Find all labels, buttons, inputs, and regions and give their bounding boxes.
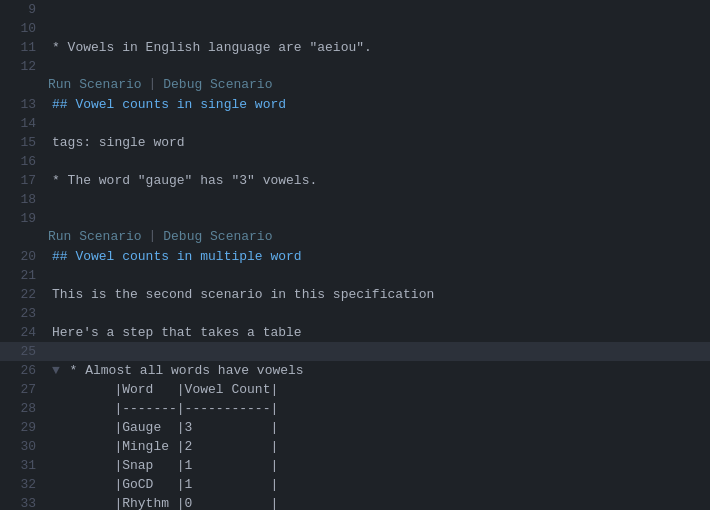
line-number: 25: [0, 342, 48, 361]
table-row: 28 |-------|-----------|: [0, 399, 710, 418]
line-number: 15: [0, 133, 48, 152]
line-content: tags: single word: [48, 133, 710, 152]
line-number: 30: [0, 437, 48, 456]
line-number: 17: [0, 171, 48, 190]
line-number: 22: [0, 285, 48, 304]
line-number: 23: [0, 304, 48, 323]
line-content: ▼ * Almost all words have vowels: [48, 361, 710, 380]
table-row: 22 This is the second scenario in this s…: [0, 285, 710, 304]
table-row: 29 |Gauge |3 |: [0, 418, 710, 437]
table-row: 31 |Snap |1 |: [0, 456, 710, 475]
table-row: 13 ## Vowel counts in single word: [0, 95, 710, 114]
table-row: 17 * The word "gauge" has "3" vowels.: [0, 171, 710, 190]
run-scenario-link-2[interactable]: Run Scenario: [48, 228, 142, 245]
table-row: 12: [0, 57, 710, 76]
table-row: 15 tags: single word: [0, 133, 710, 152]
table-row: 11 * Vowels in English language are "aei…: [0, 38, 710, 57]
table-row: 24 Here's a step that takes a table: [0, 323, 710, 342]
fold-icon[interactable]: ▼: [52, 363, 60, 378]
table-row: 23: [0, 304, 710, 323]
run-debug-bar: Run Scenario | Debug Scenario: [0, 76, 710, 95]
table-row: 26 ▼ * Almost all words have vowels: [0, 361, 710, 380]
debug-scenario-link-2[interactable]: Debug Scenario: [163, 228, 272, 245]
line-number: 18: [0, 190, 48, 209]
line-number: 16: [0, 152, 48, 171]
table-row: 18: [0, 190, 710, 209]
line-number: 33: [0, 494, 48, 510]
line-number: 24: [0, 323, 48, 342]
line-number: 27: [0, 380, 48, 399]
separator-text: |: [142, 76, 164, 93]
heading-line: ## Vowel counts in single word: [48, 95, 710, 114]
table-row: 27 |Word |Vowel Count|: [0, 380, 710, 399]
line-number: 31: [0, 456, 48, 475]
line-content: |Mingle |2 |: [48, 437, 710, 456]
table-row: 19: [0, 209, 710, 228]
line-number: 32: [0, 475, 48, 494]
line-number: 13: [0, 95, 48, 114]
line-content: Here's a step that takes a table: [48, 323, 710, 342]
debug-scenario-link[interactable]: Debug Scenario: [163, 76, 272, 93]
run-scenario-link[interactable]: Run Scenario: [48, 76, 142, 93]
line-number: 14: [0, 114, 48, 133]
table-row: 10: [0, 19, 710, 38]
table-row: 32 |GoCD |1 |: [0, 475, 710, 494]
line-content: This is the second scenario in this spec…: [48, 285, 710, 304]
line-number: 12: [0, 57, 48, 76]
line-content: * The word "gauge" has "3" vowels.: [48, 171, 710, 190]
line-content: |GoCD |1 |: [48, 475, 710, 494]
table-row: 21: [0, 266, 710, 285]
table-row: 30 |Mingle |2 |: [0, 437, 710, 456]
line-content: * Vowels in English language are "aeiou"…: [48, 38, 710, 57]
line-content: |Word |Vowel Count|: [48, 380, 710, 399]
table-row: 25: [0, 342, 710, 361]
table-row: 14: [0, 114, 710, 133]
table-row: 20 ## Vowel counts in multiple word: [0, 247, 710, 266]
heading-line-2: ## Vowel counts in multiple word: [48, 247, 710, 266]
line-number: 9: [0, 0, 48, 19]
table-row: 16: [0, 152, 710, 171]
line-number: 29: [0, 418, 48, 437]
line-number: 20: [0, 247, 48, 266]
line-number: 21: [0, 266, 48, 285]
separator-text-2: |: [142, 228, 164, 245]
line-number: 26: [0, 361, 48, 380]
line-number: 10: [0, 19, 48, 38]
line-number: 11: [0, 38, 48, 57]
code-editor: 9 10 11 * Vowels in English language are…: [0, 0, 710, 510]
line-number: 28: [0, 399, 48, 418]
line-content: |Snap |1 |: [48, 456, 710, 475]
line-number: 19: [0, 209, 48, 228]
run-debug-bar-2: Run Scenario | Debug Scenario: [0, 228, 710, 247]
line-content: |Rhythm |0 |: [48, 494, 710, 510]
table-row: 9: [0, 0, 710, 19]
line-content: |-------|-----------|: [48, 399, 710, 418]
table-row: 33 |Rhythm |0 |: [0, 494, 710, 510]
line-content: |Gauge |3 |: [48, 418, 710, 437]
